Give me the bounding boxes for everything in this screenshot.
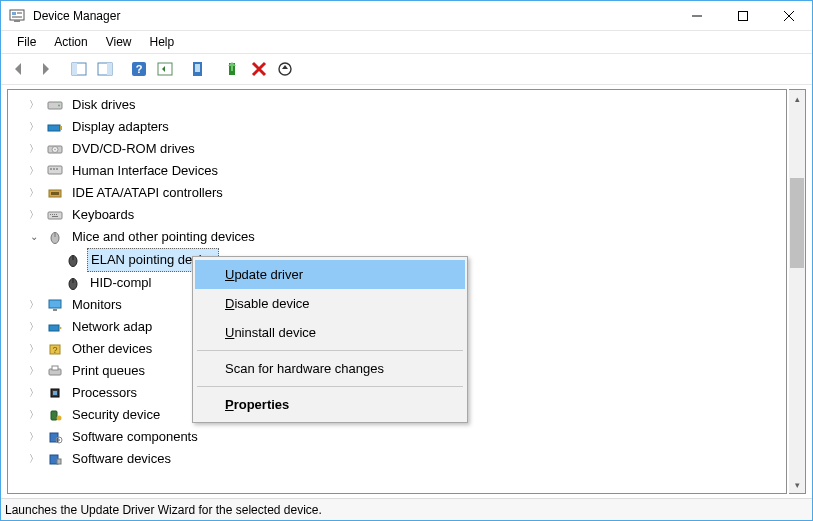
svg-rect-29 xyxy=(51,192,59,195)
close-button[interactable] xyxy=(766,1,812,31)
chevron-right-icon[interactable]: 〉 xyxy=(28,138,40,160)
chevron-right-icon[interactable]: 〉 xyxy=(28,316,40,338)
chevron-right-icon[interactable]: 〉 xyxy=(28,360,40,382)
tree-item-label: Disk drives xyxy=(72,97,136,112)
tree-item-label: DVD/CD-ROM drives xyxy=(72,141,195,156)
mouse-icon xyxy=(64,275,82,291)
svg-rect-19 xyxy=(48,125,60,131)
context-menu-item-label: Update driver xyxy=(225,267,303,282)
update-driver-button[interactable] xyxy=(221,57,245,81)
scroll-up-button[interactable]: ▴ xyxy=(789,90,805,107)
menu-help[interactable]: Help xyxy=(142,33,183,51)
forward-button[interactable] xyxy=(33,57,57,81)
svg-rect-32 xyxy=(52,214,53,215)
svg-rect-25 xyxy=(50,168,52,170)
chevron-right-icon[interactable]: 〉 xyxy=(28,204,40,226)
show-hide-action-pane-button[interactable] xyxy=(153,57,177,81)
tree-item-disk-drives[interactable]: 〉 Disk drives xyxy=(22,94,786,116)
svg-text:?: ? xyxy=(136,63,143,75)
tree-item-hid[interactable]: 〉 Human Interface Devices xyxy=(22,160,786,182)
menu-file[interactable]: File xyxy=(9,33,44,51)
tree-item-display-adapters[interactable]: 〉 Display adapters xyxy=(22,116,786,138)
chevron-down-icon[interactable]: ⌄ xyxy=(28,226,40,248)
tree-item-mice[interactable]: ⌄ Mice and other pointing devices xyxy=(22,226,786,248)
scroll-down-button[interactable]: ▾ xyxy=(789,476,805,493)
menu-action[interactable]: Action xyxy=(46,33,95,51)
toolbar: ? xyxy=(1,53,812,85)
svg-rect-14 xyxy=(195,64,200,72)
show-hidden-devices-button[interactable] xyxy=(187,57,211,81)
ide-controller-icon xyxy=(46,185,64,201)
tree-item-software-devices[interactable]: 〉 Software devices xyxy=(22,448,786,470)
uninstall-button[interactable] xyxy=(247,57,271,81)
context-menu-item-disable-device[interactable]: Disable device xyxy=(195,289,465,318)
svg-rect-43 xyxy=(53,309,57,311)
scroll-thumb[interactable] xyxy=(790,178,804,268)
svg-rect-20 xyxy=(60,126,62,130)
svg-rect-33 xyxy=(54,214,55,215)
svg-rect-3 xyxy=(12,16,22,18)
tree-item-label: Mice and other pointing devices xyxy=(72,229,255,244)
chevron-right-icon[interactable]: 〉 xyxy=(28,426,40,448)
maximize-button[interactable] xyxy=(720,1,766,31)
chevron-right-icon[interactable]: 〉 xyxy=(28,448,40,470)
tree-item-label: Network adap xyxy=(72,319,152,334)
context-menu: Update driver Disable device Uninstall d… xyxy=(192,256,468,423)
tree-item-label: Print queues xyxy=(72,363,145,378)
scan-hardware-button[interactable] xyxy=(273,57,297,81)
vertical-scrollbar[interactable]: ▴ ▾ xyxy=(789,89,806,494)
context-menu-item-label: Scan for hardware changes xyxy=(225,361,384,376)
tree-item-label: Software components xyxy=(72,429,198,444)
display-adapter-icon xyxy=(46,119,64,135)
chevron-right-icon[interactable]: 〉 xyxy=(28,338,40,360)
device-tree[interactable]: 〉 Disk drives 〉 Display adapters 〉 DVD/C… xyxy=(7,89,787,494)
context-menu-item-scan-hardware[interactable]: Scan for hardware changes xyxy=(195,354,465,383)
minimize-button[interactable] xyxy=(674,1,720,31)
svg-rect-42 xyxy=(49,300,61,308)
chevron-right-icon[interactable]: 〉 xyxy=(28,116,40,138)
monitor-icon xyxy=(46,297,64,313)
svg-rect-57 xyxy=(57,459,61,464)
svg-rect-51 xyxy=(51,411,57,420)
disk-drive-icon xyxy=(46,97,64,113)
context-menu-separator xyxy=(197,386,463,387)
menu-view[interactable]: View xyxy=(98,33,140,51)
svg-rect-7 xyxy=(72,63,77,75)
statusbar: Launches the Update Driver Wizard for th… xyxy=(1,498,812,520)
chevron-right-icon[interactable]: 〉 xyxy=(28,382,40,404)
tree-item-keyboards[interactable]: 〉 Keyboards xyxy=(22,204,786,226)
statusbar-text: Launches the Update Driver Wizard for th… xyxy=(5,503,322,517)
svg-rect-5 xyxy=(739,11,748,20)
window-title: Device Manager xyxy=(33,9,120,23)
tree-item-label: Processors xyxy=(72,385,137,400)
svg-point-55 xyxy=(58,439,60,441)
svg-rect-34 xyxy=(56,214,57,215)
context-menu-item-properties[interactable]: Properties xyxy=(195,390,465,419)
svg-rect-31 xyxy=(50,214,51,215)
other-devices-icon: ? xyxy=(46,341,64,357)
tree-item-ide-controllers[interactable]: 〉 IDE ATA/ATAPI controllers xyxy=(22,182,786,204)
help-button[interactable]: ? xyxy=(127,57,151,81)
chevron-right-icon[interactable]: 〉 xyxy=(28,294,40,316)
chevron-right-icon[interactable]: 〉 xyxy=(28,182,40,204)
menubar: File Action View Help xyxy=(1,31,812,53)
context-menu-item-label: Disable device xyxy=(225,296,310,311)
context-menu-item-uninstall-device[interactable]: Uninstall device xyxy=(195,318,465,347)
show-hide-console-tree-button[interactable] xyxy=(67,57,91,81)
app-icon xyxy=(9,8,25,24)
chevron-right-icon[interactable]: 〉 xyxy=(28,404,40,426)
chevron-right-icon[interactable]: 〉 xyxy=(28,160,40,182)
chevron-right-icon[interactable]: 〉 xyxy=(28,94,40,116)
titlebar: Device Manager xyxy=(1,1,812,31)
tree-item-dvd-cd-rom-drives[interactable]: 〉 DVD/CD-ROM drives xyxy=(22,138,786,160)
svg-rect-48 xyxy=(52,366,58,370)
keyboard-icon xyxy=(46,207,64,223)
printer-icon xyxy=(46,363,64,379)
show-hide-button[interactable] xyxy=(93,57,117,81)
content-area: 〉 Disk drives 〉 Display adapters 〉 DVD/C… xyxy=(1,85,812,498)
tree-item-software-components[interactable]: 〉 Software components xyxy=(22,426,786,448)
back-button[interactable] xyxy=(7,57,31,81)
context-menu-item-update-driver[interactable]: Update driver xyxy=(195,260,465,289)
svg-rect-44 xyxy=(49,325,59,331)
software-device-icon xyxy=(46,451,64,467)
